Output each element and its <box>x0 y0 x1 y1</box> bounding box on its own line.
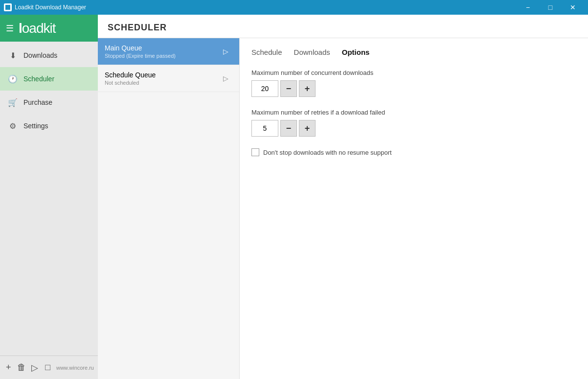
stop-queue-button[interactable]: □ <box>43 359 52 377</box>
concurrent-downloads-group: Maximum number of concurrent downloads −… <box>251 69 576 97</box>
purchase-icon: 🛒 <box>8 97 18 107</box>
settings-icon: ⚙ <box>8 121 18 131</box>
logo: loadkit <box>19 21 56 36</box>
queue-schedule-status: Not scheduled <box>105 80 219 86</box>
retries-decrement-button[interactable]: − <box>280 120 297 137</box>
website-credit: www.wincore.ru <box>56 365 94 371</box>
concurrent-input[interactable] <box>251 80 278 97</box>
content-area: Main Queue Stopped (Expire time passed) … <box>98 38 588 379</box>
concurrent-decrement-button[interactable]: − <box>280 80 297 97</box>
queue-main-status: Stopped (Expire time passed) <box>105 53 219 59</box>
queue-main-play-button[interactable]: ▷ <box>219 45 232 58</box>
queue-list: Main Queue Stopped (Expire time passed) … <box>98 38 240 379</box>
tab-options[interactable]: Options <box>342 48 370 59</box>
sidebar-item-settings[interactable]: ⚙ Settings <box>0 114 98 138</box>
sidebar-label-downloads: Downloads <box>23 51 57 59</box>
tab-schedule[interactable]: Schedule <box>251 48 282 59</box>
no-resume-checkbox[interactable] <box>251 148 259 156</box>
detail-tabs: Schedule Downloads Options <box>251 48 576 59</box>
main-content: SCHEDULER Main Queue Stopped (Expire tim… <box>98 15 588 379</box>
concurrent-label: Maximum number of concurrent downloads <box>251 69 576 76</box>
delete-queue-button[interactable]: 🗑 <box>17 359 26 377</box>
concurrent-increment-button[interactable]: + <box>299 80 316 97</box>
tab-downloads[interactable]: Downloads <box>294 48 330 59</box>
minimize-button[interactable]: − <box>517 0 539 15</box>
svg-rect-0 <box>5 5 10 10</box>
retries-group: Maximum number of retries if a download … <box>251 109 576 137</box>
sidebar-toolbar: + 🗑 ▷ □ www.wincore.ru <box>0 355 98 379</box>
queue-item-main[interactable]: Main Queue Stopped (Expire time passed) … <box>98 38 239 65</box>
concurrent-stepper: − + <box>251 80 576 97</box>
queue-schedule-name: Schedule Queue <box>105 71 219 79</box>
sidebar-item-downloads[interactable]: ⬇ Downloads <box>0 44 98 67</box>
page-title: SCHEDULER <box>98 15 588 38</box>
retries-label: Maximum number of retries if a download … <box>251 109 576 116</box>
queue-item-schedule[interactable]: Schedule Queue Not scheduled ▷ <box>98 65 239 92</box>
download-icon: ⬇ <box>8 50 18 60</box>
retries-stepper: − + <box>251 120 576 137</box>
sidebar-label-settings: Settings <box>23 122 48 130</box>
retries-input[interactable] <box>251 120 278 137</box>
sidebar-label-scheduler: Scheduler <box>23 75 54 83</box>
detail-panel: Schedule Downloads Options Maximum numbe… <box>240 38 588 379</box>
sidebar: ☰ loadkit ⬇ Downloads 🕐 Scheduler 🛒 Purc… <box>0 15 98 379</box>
close-button[interactable]: ✕ <box>562 0 584 15</box>
retries-increment-button[interactable]: + <box>299 120 316 137</box>
app-icon <box>4 3 12 11</box>
maximize-button[interactable]: □ <box>539 0 562 15</box>
window-controls: − □ ✕ <box>517 0 584 15</box>
hamburger-icon[interactable]: ☰ <box>6 23 14 34</box>
sidebar-header: ☰ loadkit <box>0 15 98 42</box>
queue-main-name: Main Queue <box>105 44 219 52</box>
play-queue-button[interactable]: ▷ <box>30 359 39 377</box>
sidebar-nav: ⬇ Downloads 🕐 Scheduler 🛒 Purchase ⚙ Set… <box>0 42 98 355</box>
title-bar: Loadkit Download Manager − □ ✕ <box>0 0 588 15</box>
sidebar-item-purchase[interactable]: 🛒 Purchase <box>0 91 98 114</box>
queue-schedule-play-button[interactable]: ▷ <box>219 71 232 85</box>
no-resume-row: Don't stop downloads with no resume supp… <box>251 148 576 156</box>
no-resume-label: Don't stop downloads with no resume supp… <box>263 149 392 156</box>
scheduler-icon: 🕐 <box>8 74 18 84</box>
sidebar-item-scheduler[interactable]: 🕐 Scheduler <box>0 67 98 91</box>
add-queue-button[interactable]: + <box>4 359 13 377</box>
window-title: Loadkit Download Manager <box>15 4 86 11</box>
sidebar-label-purchase: Purchase <box>23 98 52 106</box>
